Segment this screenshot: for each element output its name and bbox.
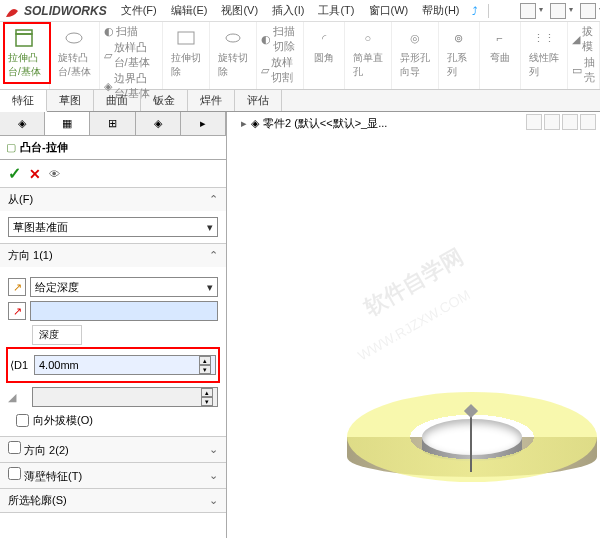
breadcrumb-part[interactable]: 零件2 (默认<<默认>_显...: [263, 116, 387, 131]
menu-tools[interactable]: 工具(T): [312, 1, 360, 20]
draft-input[interactable]: ▴▾: [32, 387, 218, 407]
draft-icon: ◢: [8, 391, 28, 404]
open-doc-icon[interactable]: [550, 3, 566, 19]
menu-file[interactable]: 文件(F): [115, 1, 163, 20]
bend-button[interactable]: ⌐弯曲: [484, 24, 516, 67]
depth-input[interactable]: ▴▾: [34, 355, 216, 375]
depth-spin-down[interactable]: ▾: [199, 365, 211, 374]
loft-cut-button[interactable]: ▱放样切割: [261, 55, 299, 85]
tab-sketch[interactable]: 草图: [47, 90, 94, 111]
panel-tab-dimxpert[interactable]: ◈: [136, 112, 181, 135]
panel-tab-config[interactable]: ⊞: [90, 112, 135, 135]
tab-sheetmetal[interactable]: 钣金: [141, 90, 188, 111]
svg-rect-3: [178, 32, 194, 44]
draft-spin-down[interactable]: ▾: [201, 397, 213, 406]
tab-evaluate[interactable]: 评估: [235, 90, 282, 111]
menu-bar: SOLIDWORKS 文件(F) 编辑(E) 视图(V) 插入(I) 工具(T)…: [0, 0, 600, 22]
cancel-button[interactable]: ✕: [29, 166, 41, 182]
save-doc-icon[interactable]: [580, 3, 596, 19]
section-dir1-header[interactable]: 方向 1(1)⌃: [0, 244, 226, 267]
extrude-boss-button[interactable]: 拉伸凸 台/基体: [4, 24, 45, 81]
vp-tool-1[interactable]: [526, 114, 542, 130]
pin-icon[interactable]: ⤴: [472, 5, 478, 17]
depth-tooltip: 深度: [32, 325, 82, 345]
from-plane-dropdown[interactable]: 草图基准面: [8, 217, 218, 237]
tab-weldment[interactable]: 焊件: [188, 90, 235, 111]
loft-button[interactable]: ▱放样凸台/基体: [104, 40, 158, 70]
svg-point-4: [226, 34, 240, 42]
sweep-button[interactable]: ◐扫描: [104, 24, 158, 39]
command-manager-tabs: 特征 草图 曲面 钣金 焊件 评估: [0, 90, 600, 112]
tab-surface[interactable]: 曲面: [94, 90, 141, 111]
section-contour-header[interactable]: 所选轮廓(S)⌄: [0, 489, 226, 512]
hole-series-button[interactable]: ⊚孔系列: [443, 24, 475, 81]
fillet-button[interactable]: ◜圆角: [308, 24, 340, 67]
svg-rect-0: [16, 34, 32, 46]
revolve-boss-button[interactable]: 旋转凸 台/基体: [54, 24, 95, 81]
end-condition-dropdown[interactable]: 给定深度: [30, 277, 218, 297]
watermark-1: 软件自学网: [358, 242, 468, 323]
section-thin-header[interactable]: 薄壁特征(T)⌄: [0, 463, 226, 488]
reverse-direction-button[interactable]: ↗: [8, 278, 26, 296]
vp-tool-2[interactable]: [544, 114, 560, 130]
shell-button[interactable]: ▭抽壳: [572, 55, 595, 85]
feature-title: 凸台-拉伸: [20, 140, 68, 155]
section-from-header[interactable]: 从(F)⌃: [0, 188, 226, 211]
watermark-2: WWW.RJZXW.COM: [355, 286, 473, 363]
menu-insert[interactable]: 插入(I): [266, 1, 310, 20]
draft-spin-up[interactable]: ▴: [201, 388, 213, 397]
draft-outward-checkbox[interactable]: [16, 414, 29, 427]
app-name: SOLIDWORKS: [24, 4, 107, 18]
ribbon-toolbar: 拉伸凸 台/基体 旋转凸 台/基体 ◐扫描 ▱放样凸台/基体 ◈边界凸台/基体 …: [0, 22, 600, 90]
menu-help[interactable]: 帮助(H): [416, 1, 465, 20]
ok-button[interactable]: ✓: [8, 164, 21, 183]
menu-window[interactable]: 窗口(W): [363, 1, 415, 20]
tab-feature[interactable]: 特征: [0, 90, 47, 112]
cube-icon: ▢: [6, 141, 16, 154]
depth-spin-up[interactable]: ▴: [199, 356, 211, 365]
simple-hole-button[interactable]: ○简单直 孔: [349, 24, 387, 81]
sweep-cut-button[interactable]: ◐扫描切除: [261, 24, 299, 54]
revolve-cut-button[interactable]: 旋转切 除: [214, 24, 252, 81]
menu-view[interactable]: 视图(V): [215, 1, 264, 20]
panel-tab-display[interactable]: ▸: [181, 112, 226, 135]
direction-vector-button[interactable]: ↗: [8, 302, 26, 320]
property-manager-panel: ◈ ▦ ⊞ ◈ ▸ ▢ 凸台-拉伸 ✓ ✕ 👁 从(F)⌃ 草图基准面 方向 1…: [0, 112, 227, 538]
crumb-expand-icon[interactable]: ▸: [241, 117, 247, 130]
direction-field[interactable]: [30, 301, 218, 321]
preview-button[interactable]: 👁: [49, 168, 60, 180]
panel-tab-property[interactable]: ▦: [45, 112, 90, 135]
menu-edit[interactable]: 编辑(E): [165, 1, 214, 20]
viewport[interactable]: ▸ ◈ 零件2 (默认<<默认>_显... 软件自学网 WWW.RJZXW.CO…: [227, 112, 600, 538]
svg-point-2: [66, 33, 82, 43]
panel-tab-feature-tree[interactable]: ◈: [0, 112, 45, 135]
thin-checkbox[interactable]: [8, 467, 21, 480]
linear-pattern-button[interactable]: ⋮⋮线性阵 列: [525, 24, 563, 81]
new-doc-icon[interactable]: [520, 3, 536, 19]
hole-wizard-button[interactable]: ◎异形孔 向导: [396, 24, 434, 81]
app-logo-icon: [4, 3, 20, 19]
draft-outward-label: 向外拔模(O): [33, 413, 93, 428]
separator: [488, 4, 489, 18]
vp-tool-4[interactable]: [580, 114, 596, 130]
draft-button[interactable]: ◢拔模: [572, 24, 595, 54]
dir2-checkbox[interactable]: [8, 441, 21, 454]
highlight-box-2: ⟨D1 ▴▾: [6, 347, 220, 383]
depth-icon: ⟨D1: [10, 359, 30, 372]
svg-rect-1: [16, 30, 32, 34]
section-dir2-header[interactable]: 方向 2(2)⌄: [0, 437, 226, 462]
vp-tool-3[interactable]: [562, 114, 578, 130]
part-icon: ◈: [251, 117, 259, 130]
extrude-cut-button[interactable]: 拉伸切 除: [167, 24, 205, 81]
